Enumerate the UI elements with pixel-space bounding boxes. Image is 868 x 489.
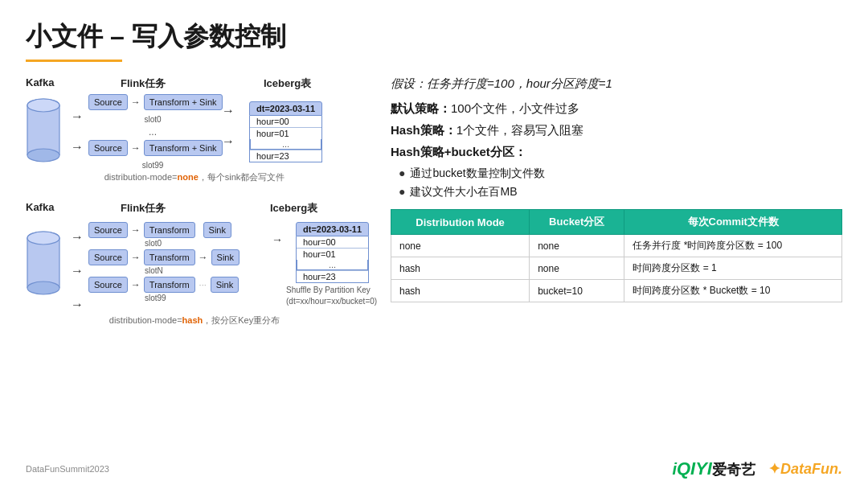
bullet-2: ● 建议文件大小在百MB bbox=[399, 185, 842, 199]
table-cell-bucket-3: bucket=10 bbox=[530, 280, 624, 302]
source-box-1: Source bbox=[88, 94, 128, 110]
slot99-label: slot99 bbox=[88, 161, 217, 170]
svg-point-11 bbox=[27, 232, 59, 244]
diagram2-caption: distribution-mode=hash，按分区Key重分布 bbox=[26, 314, 363, 327]
arrow-to-iceberg2: → bbox=[272, 233, 283, 246]
diagram2-sub-caption: Shuffle By Partition Key(dt=xx/hour=xx/b… bbox=[286, 285, 377, 307]
arrow-inner-1: → bbox=[131, 97, 141, 108]
strategy-hash-bucket: Hash策略+bucket分区： bbox=[391, 145, 842, 160]
source-box-d2-2: Source bbox=[88, 249, 128, 265]
table-row: hash bucket=10 时间跨度分区数 * Bucket数 = 10 bbox=[391, 280, 842, 302]
iceberg-table-1: dt=2023-03-11 hour=00 hour=01 ... hour=2… bbox=[249, 101, 322, 162]
sink-box-d2-2: Sink bbox=[211, 249, 240, 265]
source-box-d2-1: Source bbox=[88, 222, 128, 238]
diagram1-caption: distribution-mode=none，每个sink都会写文件 bbox=[26, 171, 363, 183]
table-row: none none 任务并行度 *时间跨度分区数 = 100 bbox=[391, 235, 842, 257]
kafka-cylinder-2 bbox=[26, 228, 61, 309]
transform-sink-box-1: Transform + Sink bbox=[144, 94, 223, 110]
table-cell-commit-3: 时间跨度分区数 * Bucket数 = 10 bbox=[624, 280, 842, 302]
arrow-inner-2: → bbox=[131, 142, 141, 154]
footer-brands: iQIYI爱奇艺 ✦DataFun. bbox=[672, 458, 842, 479]
brand-iqiyi: iQIYI爱奇艺 bbox=[672, 458, 755, 479]
svg-rect-7 bbox=[27, 238, 59, 288]
transform-box-d2-3: Transform bbox=[144, 277, 195, 293]
iceberg-table-2: dt=2023-03-11 hour=00 hour=01 ... hour=2… bbox=[296, 222, 369, 283]
svg-point-5 bbox=[27, 99, 59, 112]
diagram1-iceberg-label: Iceberg表 bbox=[264, 76, 311, 91]
page-title: 小文件 – 写入参数控制 bbox=[26, 19, 842, 55]
diagram2-kafka-label: Kafka bbox=[26, 201, 68, 216]
table-row: hash none 时间跨度分区数 = 1 bbox=[391, 257, 842, 280]
bullet-1: ● 通过bucket数量控制文件数 bbox=[399, 166, 842, 181]
footer-label: DataFunSummit2023 bbox=[26, 464, 109, 474]
kafka-cylinder-1 bbox=[26, 96, 61, 168]
strategy-default: 默认策略：100个文件，小文件过多 bbox=[391, 101, 842, 117]
arrow2-mid: → bbox=[71, 264, 84, 278]
sink-box-d2-1: Sink bbox=[203, 222, 231, 238]
arrow-to-iceberg-2: → bbox=[222, 134, 235, 149]
arrow2-bottom: → bbox=[71, 298, 84, 312]
slot0-label: slot0 bbox=[88, 115, 217, 124]
table-cell-bucket-1: none bbox=[530, 235, 624, 257]
arrow1-top: → bbox=[71, 109, 84, 124]
sink-box-d2-3: Sink bbox=[211, 277, 239, 293]
table-cell-commit-2: 时间跨度分区数 = 1 bbox=[624, 257, 842, 280]
arrow-to-iceberg-1: → bbox=[222, 104, 235, 118]
transform-box-d2-2: Transform bbox=[144, 249, 195, 265]
distribution-table: Distribution Mode Bucket分区 每次Commit文件数 n… bbox=[391, 209, 842, 302]
table-cell-commit-1: 任务并行度 *时间跨度分区数 = 100 bbox=[624, 235, 842, 257]
source-box-2: Source bbox=[88, 140, 128, 156]
svg-point-10 bbox=[27, 281, 59, 294]
flink1-slot0-row: Source → Transform + Sink bbox=[88, 94, 217, 110]
table-cell-bucket-2: none bbox=[530, 257, 624, 280]
table-header-bucket: Bucket分区 bbox=[530, 210, 624, 235]
diagram2: Kafka Flink任务 Iceberg表 bbox=[26, 201, 363, 327]
title-underline bbox=[26, 60, 122, 62]
bullet-list: ● 通过bucket数量控制文件数 ● 建议文件大小在百MB bbox=[399, 166, 842, 199]
svg-point-4 bbox=[27, 149, 59, 162]
strategy-hash: Hash策略：1个文件，容易写入阻塞 bbox=[391, 123, 842, 138]
table-cell-mode-2: hash bbox=[391, 257, 530, 280]
table-cell-mode-3: hash bbox=[391, 280, 530, 302]
table-cell-mode-1: none bbox=[391, 235, 530, 257]
right-panel: 假设：任务并行度=100，hour分区跨度=1 默认策略：100个文件，小文件过… bbox=[383, 76, 842, 333]
diagram2-flink-label: Flink任务 bbox=[121, 201, 209, 216]
transform-box-d2-1: Transform bbox=[144, 222, 195, 238]
table-header-mode: Distribution Mode bbox=[391, 210, 530, 235]
arrow1-bottom: → bbox=[71, 140, 84, 154]
diagram1: Kafka Flink任务 Iceberg表 bbox=[26, 76, 363, 183]
footer: DataFunSummit2023 iQIYI爱奇艺 ✦DataFun. bbox=[26, 458, 842, 479]
flink1-dots: ... bbox=[88, 127, 217, 137]
diagram2-iceberg-label: Iceberg表 bbox=[270, 201, 317, 216]
brand-datafun: ✦DataFun. bbox=[768, 460, 842, 478]
assumption-text: 假设：任务并行度=100，hour分区跨度=1 bbox=[391, 76, 842, 92]
diagram1-kafka-label: Kafka bbox=[26, 76, 68, 91]
svg-rect-1 bbox=[27, 105, 59, 155]
arrow2-top: → bbox=[71, 230, 84, 244]
transform-sink-box-2: Transform + Sink bbox=[144, 140, 223, 156]
source-box-d2-3: Source bbox=[88, 277, 128, 293]
flink1-slot99-row: Source → Transform + Sink bbox=[88, 140, 217, 156]
table-header-commit: 每次Commit文件数 bbox=[624, 210, 842, 235]
diagram1-flink-label: Flink任务 bbox=[121, 76, 209, 91]
